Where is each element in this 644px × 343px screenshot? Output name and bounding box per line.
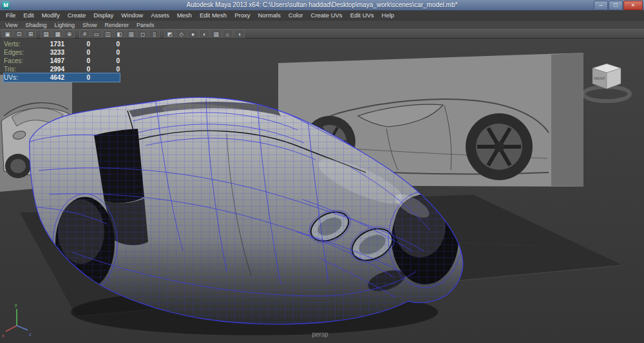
smooth-shade-icon[interactable]: ● [187, 30, 198, 39]
toolbar-separator [37, 30, 40, 38]
perspective-viewport[interactable]: Verts: 1731 0 0 Edges: 3233 0 0 Faces: 1… [0, 39, 644, 343]
close-button[interactable]: × [623, 1, 643, 10]
hud-value: 0 [90, 49, 120, 56]
panel-menu-bar: View Shading Lighting Show Renderer Pane… [0, 20, 644, 29]
hud-value: 0 [64, 41, 90, 48]
image-plane-icon[interactable]: ▦ [52, 30, 63, 39]
panel-toolbar: ▣ ⊡ ⊞ ▤ ▦ ⊕ # ▭ ◫ ◧ ▥ ◻ ▯ ◩ ◇ ● ◐ ▨ ☼ ◑ [0, 29, 644, 39]
menu-edit[interactable]: Edit [19, 10, 37, 20]
safe-title-icon[interactable]: ▯ [149, 30, 160, 39]
toolbar-separator [160, 30, 164, 38]
hud-row-faces: Faces: 1497 0 0 [4, 57, 120, 65]
menu-normals[interactable]: Normals [254, 10, 284, 20]
textured-icon[interactable]: ▨ [211, 30, 222, 39]
hud-row-tris: Tris: 2994 0 0 [4, 65, 120, 73]
hud-row-verts: Verts: 1731 0 0 [4, 40, 120, 48]
gate-mask-icon[interactable]: ◧ [114, 30, 125, 39]
view-cube-front-label: FRONT [594, 77, 605, 80]
window-title: Autodesk Maya 2013 x64: C:\Users\sultan … [0, 0, 644, 10]
hud-value: 0 [90, 41, 120, 48]
hud-label: UVs: [4, 74, 36, 81]
select-camera-icon[interactable]: ▣ [2, 30, 13, 39]
panel-menu-show[interactable]: Show [79, 21, 101, 30]
safe-action-icon[interactable]: ◻ [137, 30, 148, 39]
film-gate-icon[interactable]: ▭ [91, 30, 102, 39]
field-chart-icon[interactable]: ▥ [126, 30, 137, 39]
hud-value: 4642 [36, 74, 64, 81]
menu-edit-mesh[interactable]: Edit Mesh [196, 10, 231, 20]
hud-row-edges: Edges: 3233 0 0 [4, 48, 120, 57]
menu-modify[interactable]: Modify [38, 10, 64, 20]
hud-row-uvs: UVs: 4642 0 [4, 73, 120, 82]
menu-create-uvs[interactable]: Create UVs [307, 10, 346, 20]
hud-value: 0 [64, 74, 90, 81]
hud-value: 0 [64, 57, 90, 64]
panel-menu-lighting[interactable]: Lighting [50, 21, 79, 30]
menu-display[interactable]: Display [90, 10, 117, 20]
axis-z-label: z [29, 332, 32, 337]
grid-icon[interactable]: # [79, 30, 90, 39]
hud-value: 0 [90, 66, 120, 73]
panel-menu-view[interactable]: View [1, 21, 21, 30]
pan-zoom-icon[interactable]: ⊕ [64, 30, 75, 39]
hud-value: 1731 [36, 41, 64, 48]
scene-svg[interactable]: FRONT y x z persp [0, 39, 644, 343]
resolution-gate-icon[interactable]: ◫ [102, 30, 113, 39]
menu-proxy[interactable]: Proxy [231, 10, 254, 20]
hud-label: Faces: [4, 57, 36, 64]
hud-label: Tris: [4, 66, 36, 73]
lighting-icon[interactable]: ☼ [222, 30, 233, 39]
hud-value: 1497 [36, 57, 64, 64]
wireframe-on-shaded-icon[interactable]: ◐ [199, 30, 210, 39]
toolbar-separator [75, 30, 79, 38]
camera-attributes-icon[interactable]: ⊞ [25, 30, 36, 39]
menu-mesh[interactable]: Mesh [173, 10, 196, 20]
maximize-button[interactable]: □ [609, 1, 623, 10]
hud-value: 3233 [36, 49, 64, 56]
menu-help[interactable]: Help [378, 10, 399, 20]
wireframe-icon[interactable]: ◇ [176, 30, 187, 39]
panel-menu-shading[interactable]: Shading [21, 21, 50, 30]
menu-window[interactable]: Window [117, 10, 147, 20]
hud-label: Verts: [4, 41, 36, 48]
hud-value: 0 [64, 49, 90, 56]
axis-y-label: y [15, 302, 17, 308]
axis-x-label: x [2, 333, 5, 338]
menu-edit-uvs[interactable]: Edit UVs [346, 10, 378, 20]
camera-label: persp [312, 331, 328, 338]
window-controls: – □ × [594, 1, 643, 10]
hud-value: 2994 [36, 66, 64, 73]
panel-menu-renderer[interactable]: Renderer [100, 21, 133, 30]
bookmarks-icon[interactable]: ▤ [41, 30, 52, 39]
panel-menu-panels[interactable]: Panels [133, 21, 158, 30]
shadows-icon[interactable]: ◑ [234, 30, 245, 39]
poly-count-hud: Verts: 1731 0 0 Edges: 3233 0 0 Faces: 1… [4, 40, 120, 82]
main-menu-bar: File Edit Modify Create Display Window A… [0, 10, 644, 20]
menu-create[interactable]: Create [64, 10, 90, 20]
minimize-button[interactable]: – [594, 1, 608, 10]
menu-color[interactable]: Color [285, 10, 307, 20]
menu-assets[interactable]: Assets [147, 10, 173, 20]
hud-label: Edges: [4, 49, 36, 56]
title-bar[interactable]: M Autodesk Maya 2013 x64: C:\Users\sulta… [0, 0, 644, 10]
isolate-select-icon[interactable]: ◩ [164, 30, 175, 39]
lock-camera-icon[interactable]: ⊡ [14, 30, 24, 39]
hud-value: 0 [90, 57, 120, 64]
menu-file[interactable]: File [2, 10, 19, 20]
hud-value: 0 [64, 66, 90, 73]
maya-window: M Autodesk Maya 2013 x64: C:\Users\sulta… [0, 0, 644, 343]
